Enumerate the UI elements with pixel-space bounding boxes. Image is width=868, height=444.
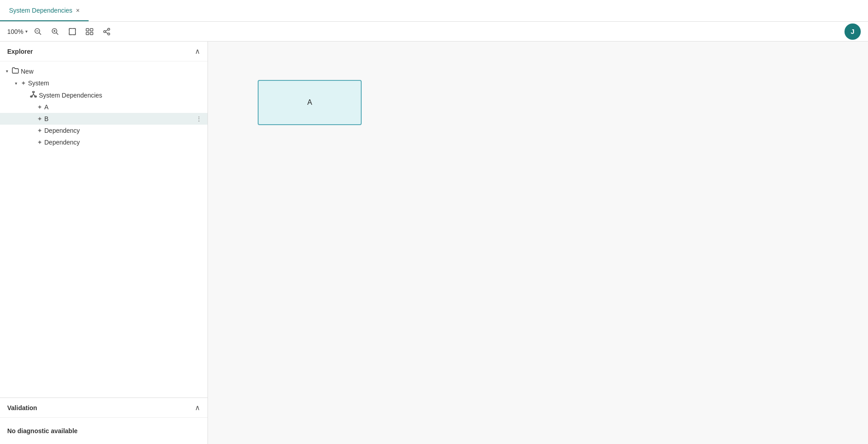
tree-item-dep1[interactable]: ✦ Dependency ⋮ — [0, 125, 208, 136]
toggle-system-deps — [22, 92, 28, 98]
sidebar: Explorer ∧ ▾ New ⋮ — [0, 42, 208, 444]
tree-item-system-deps[interactable]: System Dependencies ⋮ — [0, 89, 208, 101]
tree-item-a[interactable]: ✦ A ⋮ — [0, 101, 208, 113]
svg-rect-7 — [69, 28, 75, 35]
explorer-collapse-button[interactable]: ∧ — [195, 47, 200, 56]
node-a-label: A — [307, 98, 312, 107]
toggle-a — [29, 104, 35, 110]
user-avatar[interactable]: J — [844, 23, 861, 40]
share-button[interactable] — [100, 26, 113, 37]
toggle-dep2 — [29, 139, 35, 145]
svg-line-15 — [105, 32, 108, 33]
tree-menu-b[interactable]: ⋮ — [194, 115, 204, 123]
no-diagnostic-text: No diagnostic available — [7, 427, 78, 435]
tree-label-dep2: Dependency — [44, 139, 192, 146]
zoom-value: 100% — [7, 28, 24, 35]
zoom-dropdown-arrow[interactable]: ▾ — [25, 29, 28, 34]
svg-rect-10 — [86, 32, 89, 34]
diamond-icon-a: ✦ — [37, 103, 42, 111]
tree-label-new: New — [21, 68, 192, 75]
fit-to-screen-button[interactable] — [66, 26, 79, 37]
toolbar: 100% ▾ — [0, 22, 868, 42]
hierarchy-icon-system-deps — [30, 91, 37, 99]
folder-icon — [12, 67, 19, 75]
tab-label: System Dependencies — [9, 7, 72, 14]
tree-item-dep2[interactable]: ✦ Dependency ⋮ — [0, 136, 208, 148]
zoom-in-button[interactable] — [48, 26, 62, 37]
diamond-icon-system: ✦ — [21, 79, 26, 87]
explorer-section: Explorer ∧ ▾ New ⋮ — [0, 42, 208, 397]
tree-item-system[interactable]: ▾ ✦ System ⋮ — [0, 77, 208, 89]
svg-point-12 — [108, 28, 110, 30]
toggle-system: ▾ — [13, 80, 19, 86]
svg-rect-9 — [90, 28, 93, 31]
tree-container: ▾ New ⋮ ▾ ✦ System ⋮ — [0, 61, 208, 397]
zoom-out-button[interactable] — [31, 26, 45, 37]
tab-system-dependencies[interactable]: System Dependencies × — [0, 0, 89, 21]
tree-label-system-deps: System Dependencies — [39, 92, 192, 99]
svg-rect-17 — [33, 91, 34, 93]
toggle-dep1 — [29, 127, 35, 134]
zoom-control: 100% ▾ — [7, 28, 28, 35]
tree-label-a: A — [44, 103, 192, 111]
canvas-area[interactable]: A — [208, 42, 868, 444]
toggle-b — [29, 116, 35, 122]
main-layout: Explorer ∧ ▾ New ⋮ — [0, 42, 868, 444]
tree-item-b[interactable]: ✦ B ⋮ — [0, 113, 208, 125]
validation-header: Validation ∧ — [0, 398, 208, 418]
toggle-new: ▾ — [4, 68, 10, 75]
svg-line-6 — [56, 33, 58, 34]
validation-collapse-button[interactable]: ∧ — [195, 403, 200, 412]
explorer-header: Explorer ∧ — [0, 42, 208, 61]
tree-label-system: System — [28, 79, 192, 87]
validation-body: No diagnostic available — [0, 418, 208, 444]
svg-rect-8 — [86, 28, 89, 31]
svg-point-14 — [108, 33, 110, 35]
tab-close-button[interactable]: × — [76, 7, 80, 14]
diamond-icon-dep2: ✦ — [37, 139, 42, 146]
validation-title: Validation — [7, 404, 37, 411]
node-a[interactable]: A — [258, 80, 362, 125]
validation-section: Validation ∧ No diagnostic available — [0, 397, 208, 444]
svg-rect-11 — [90, 32, 93, 34]
svg-line-2 — [39, 33, 41, 34]
tab-bar: System Dependencies × — [0, 0, 868, 22]
diamond-icon-dep1: ✦ — [37, 127, 42, 134]
diamond-icon-b: ✦ — [37, 115, 42, 122]
svg-line-16 — [105, 29, 108, 31]
tree-label-b: B — [44, 115, 192, 122]
tree-item-new[interactable]: ▾ New ⋮ — [0, 65, 208, 77]
svg-point-13 — [104, 30, 106, 33]
explorer-title: Explorer — [7, 48, 33, 55]
layout-button[interactable] — [83, 26, 96, 37]
tree-label-dep1: Dependency — [44, 127, 192, 134]
